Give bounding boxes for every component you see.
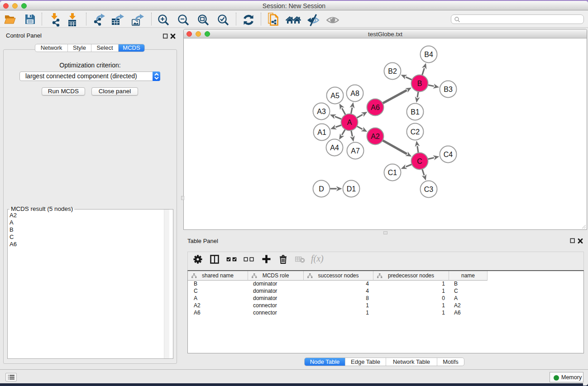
svg-text:A7: A7: [351, 147, 360, 155]
svg-text:C: C: [417, 157, 422, 165]
svg-text:D1: D1: [347, 185, 356, 193]
svg-text:A8: A8: [350, 90, 359, 97]
svg-text:C2: C2: [411, 128, 420, 136]
svg-text:A3: A3: [317, 108, 326, 115]
svg-text:C3: C3: [424, 186, 434, 193]
svg-text:D: D: [319, 185, 324, 193]
svg-text:A2: A2: [371, 133, 380, 140]
svg-text:B4: B4: [424, 51, 433, 58]
svg-text:A1: A1: [317, 129, 326, 136]
svg-text:A5: A5: [330, 92, 339, 100]
svg-text:A: A: [347, 119, 352, 126]
svg-text:B1: B1: [411, 108, 420, 116]
svg-text:B: B: [417, 80, 422, 87]
svg-text:B3: B3: [444, 86, 453, 93]
svg-text:A6: A6: [371, 104, 380, 111]
svg-text:B2: B2: [388, 67, 397, 75]
svg-text:A4: A4: [330, 144, 339, 152]
svg-text:C4: C4: [444, 151, 453, 158]
svg-text:C1: C1: [388, 169, 397, 176]
